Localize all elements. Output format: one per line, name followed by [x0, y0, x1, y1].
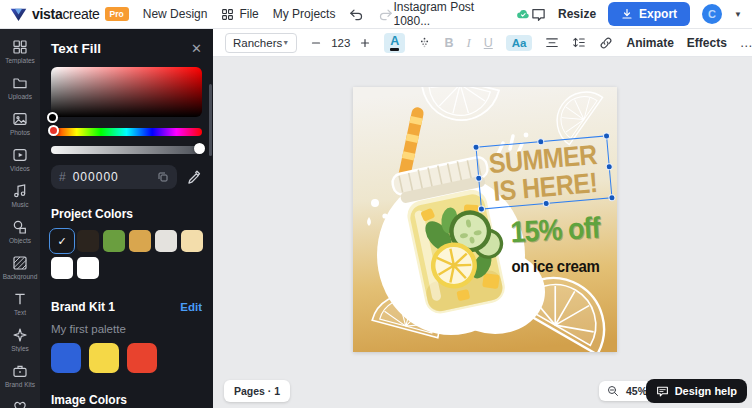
- new-design-button[interactable]: New Design: [143, 7, 208, 21]
- export-button[interactable]: Export: [608, 2, 690, 26]
- font-family-select[interactable]: Ranchers ▼: [225, 33, 297, 53]
- sidebar-item-music[interactable]: Music: [0, 179, 40, 213]
- color-swatch[interactable]: [89, 343, 119, 373]
- color-swatch[interactable]: [155, 230, 177, 252]
- effects-button[interactable]: Effects: [687, 36, 727, 50]
- file-menu-button[interactable]: File: [221, 7, 258, 21]
- underline-button[interactable]: U: [484, 36, 493, 50]
- background-icon: [12, 255, 28, 271]
- user-avatar[interactable]: C: [702, 4, 722, 24]
- my-projects-button[interactable]: My Projects: [273, 7, 336, 21]
- comments-icon[interactable]: [531, 7, 546, 21]
- topbar-center: Instagram Post 1080...: [393, 0, 531, 28]
- color-swatch[interactable]: [103, 230, 125, 252]
- text-align-icon[interactable]: [545, 37, 559, 49]
- opacity-handle[interactable]: [194, 143, 205, 154]
- eyedropper-icon[interactable]: [187, 170, 202, 185]
- pages-button[interactable]: Pages · 1: [224, 380, 290, 402]
- project-colors-label: Project Colors: [51, 207, 202, 221]
- panel-title: Text Fill: [51, 41, 101, 56]
- sidebar-label: Uploads: [0, 93, 40, 100]
- file-menu-label: File: [239, 7, 258, 21]
- transparency-icon[interactable]: [418, 36, 431, 49]
- heart-icon: [12, 399, 28, 408]
- sidebar-item-photos[interactable]: Photos: [0, 107, 40, 141]
- canvas-artboard[interactable]: SUMMER IS HERE! 15% off on: [353, 87, 617, 352]
- zoom-level[interactable]: 45%: [626, 385, 647, 397]
- font-size-decrease-button[interactable]: [310, 37, 322, 49]
- color-swatch[interactable]: [77, 230, 99, 252]
- panel-scrollbar[interactable]: [209, 84, 212, 156]
- objects-icon: [12, 219, 28, 235]
- sparkle-icon: [12, 327, 28, 343]
- hex-color-input[interactable]: # 000000: [51, 165, 177, 189]
- download-icon: [621, 8, 633, 20]
- undo-icon[interactable]: [349, 8, 364, 21]
- sidebar-item-background[interactable]: Background: [0, 251, 40, 285]
- line-spacing-icon[interactable]: [572, 36, 586, 49]
- hue-slider[interactable]: [51, 128, 202, 136]
- sidebar-label: Background: [0, 273, 40, 280]
- close-icon[interactable]: ✕: [191, 41, 202, 56]
- color-swatch[interactable]: ✓: [51, 230, 73, 252]
- color-swatch[interactable]: [181, 230, 203, 252]
- sidebar-item-uploads[interactable]: Uploads: [0, 71, 40, 105]
- workspace[interactable]: SUMMER IS HERE! 15% off on: [213, 57, 752, 408]
- link-icon[interactable]: [599, 36, 613, 50]
- document-title[interactable]: Instagram Post 1080...: [393, 0, 510, 28]
- selection-handle[interactable]: [537, 138, 545, 146]
- topbar-right: Resize Export C ▼: [531, 2, 742, 26]
- selection-handle[interactable]: [605, 163, 613, 171]
- sidebar-item-brand-kits[interactable]: Brand Kits: [0, 359, 40, 393]
- sidebar-label: Text: [0, 309, 40, 316]
- opacity-slider[interactable]: [51, 146, 202, 154]
- vistacreate-logo[interactable]: vistacreate Pro: [10, 6, 129, 22]
- export-label: Export: [639, 7, 677, 21]
- sidebar-item-text[interactable]: Text: [0, 287, 40, 321]
- promo-text[interactable]: 15% off: [499, 211, 611, 251]
- bold-button[interactable]: B: [444, 36, 453, 50]
- text-fill-panel: Text Fill ✕ # 000000 Project Colors ✓ Br…: [40, 29, 213, 408]
- photo-icon: [12, 111, 28, 127]
- font-size-increase-button[interactable]: [359, 37, 371, 49]
- color-swatch[interactable]: [129, 230, 151, 252]
- animate-button[interactable]: Animate: [626, 36, 673, 50]
- sidebar-item-objects[interactable]: Objects: [0, 215, 40, 249]
- sidebar-label: Photos: [0, 129, 40, 136]
- account-caret-icon[interactable]: ▼: [734, 10, 742, 19]
- app-root: vistacreate Pro New Design File My Proje…: [0, 0, 752, 408]
- font-size-value[interactable]: 123: [331, 37, 350, 49]
- zoom-out-icon[interactable]: [607, 385, 619, 397]
- pro-badge: Pro: [105, 7, 129, 21]
- design-help-button[interactable]: Design help: [646, 379, 747, 403]
- color-swatch[interactable]: [77, 257, 99, 279]
- sidebar-item-templates[interactable]: Templates: [0, 35, 40, 69]
- resize-button[interactable]: Resize: [558, 7, 596, 21]
- hex-prefix: #: [59, 170, 66, 184]
- headline-text-element[interactable]: SUMMER IS HERE!: [482, 143, 606, 202]
- color-swatch[interactable]: [127, 343, 157, 373]
- selection-handle[interactable]: [475, 174, 483, 182]
- sidebar-item-videos[interactable]: Videos: [0, 143, 40, 177]
- sidebar-label: Videos: [0, 165, 40, 172]
- hex-value[interactable]: 000000: [73, 170, 157, 184]
- sidebar-item-styles[interactable]: Styles: [0, 323, 40, 357]
- selection-handle[interactable]: [472, 144, 480, 152]
- saturation-picker[interactable]: [51, 67, 202, 117]
- sidebar-item-favorites[interactable]: Favorites: [0, 395, 40, 408]
- briefcase-icon: [12, 363, 28, 379]
- color-swatch[interactable]: [51, 257, 73, 279]
- copy-icon[interactable]: [157, 171, 169, 183]
- italic-button[interactable]: I: [466, 35, 470, 51]
- project-colors-grid: ✓: [51, 230, 202, 279]
- sidebar-label: Objects: [0, 237, 40, 244]
- redo-icon[interactable]: [378, 8, 393, 21]
- text-case-button[interactable]: Aa: [506, 35, 533, 51]
- more-options-icon[interactable]: …: [740, 35, 752, 50]
- color-swatch[interactable]: [51, 343, 81, 373]
- subline-text[interactable]: on ice cream: [503, 258, 608, 276]
- saturation-handle[interactable]: [47, 112, 58, 123]
- hue-handle[interactable]: [48, 125, 59, 136]
- brand-kit-edit-link[interactable]: Edit: [180, 301, 202, 313]
- text-color-button[interactable]: A: [384, 33, 405, 53]
